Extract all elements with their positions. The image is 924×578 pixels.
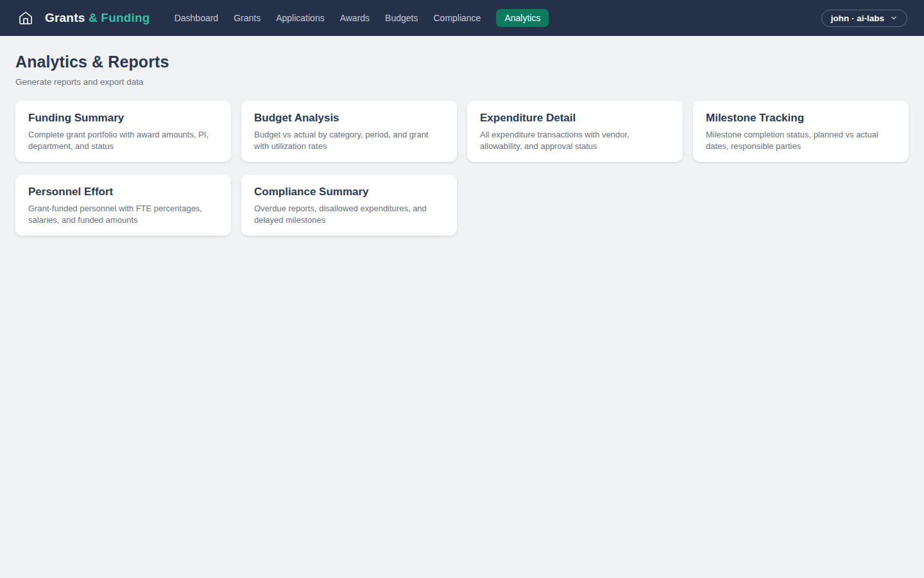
primary-nav: DashboardGrantsApplicationsAwardsBudgets… bbox=[175, 9, 549, 27]
nav-item-analytics[interactable]: Analytics bbox=[496, 9, 549, 27]
nav-item-grants[interactable]: Grants bbox=[234, 9, 261, 27]
home-icon bbox=[18, 10, 33, 26]
nav-item-applications[interactable]: Applications bbox=[276, 9, 325, 27]
app-logo: Grants & Funding bbox=[45, 11, 150, 25]
report-card-title: Budget Analysis bbox=[254, 112, 444, 125]
main-content: Analytics & Reports Generate reports and… bbox=[0, 36, 924, 252]
user-menu-label: john · ai-labs bbox=[831, 13, 884, 23]
report-card[interactable]: Expenditure DetailAll expenditure transa… bbox=[467, 101, 683, 162]
report-card-description: All expenditure transactions with vendor… bbox=[480, 129, 670, 152]
report-card-description: Grant-funded personnel with FTE percenta… bbox=[28, 203, 218, 226]
report-grid: Funding SummaryComplete grant portfolio … bbox=[15, 101, 909, 236]
report-card-title: Compliance Summary bbox=[254, 186, 444, 198]
page-subtitle: Generate reports and export data bbox=[15, 77, 909, 87]
report-card-description: Complete grant portfolio with award amou… bbox=[28, 129, 218, 152]
user-menu-button[interactable]: john · ai-labs bbox=[821, 10, 907, 27]
top-navbar: Grants & Funding DashboardGrantsApplicat… bbox=[0, 0, 924, 36]
report-card[interactable]: Milestone TrackingMilestone completion s… bbox=[693, 101, 909, 162]
report-card-title: Funding Summary bbox=[28, 112, 218, 125]
report-card[interactable]: Funding SummaryComplete grant portfolio … bbox=[15, 101, 231, 162]
page-title: Analytics & Reports bbox=[15, 53, 909, 71]
nav-item-awards[interactable]: Awards bbox=[340, 9, 370, 27]
nav-item-budgets[interactable]: Budgets bbox=[385, 9, 418, 27]
report-card-title: Milestone Tracking bbox=[706, 112, 896, 125]
report-card-description: Budget vs actual by category, period, an… bbox=[254, 129, 444, 152]
app-logo-primary: Grants bbox=[45, 11, 85, 24]
report-card-title: Expenditure Detail bbox=[480, 112, 670, 125]
report-card-description: Milestone completion status, planned vs … bbox=[706, 129, 896, 152]
chevron-down-icon bbox=[890, 14, 898, 22]
app-logo-accent: & Funding bbox=[89, 11, 150, 24]
report-card[interactable]: Compliance SummaryOverdue reports, disal… bbox=[241, 175, 457, 236]
nav-item-compliance[interactable]: Compliance bbox=[433, 9, 481, 27]
report-card[interactable]: Personnel EffortGrant-funded personnel w… bbox=[15, 175, 231, 236]
report-card-title: Personnel Effort bbox=[28, 186, 218, 198]
nav-item-dashboard[interactable]: Dashboard bbox=[175, 9, 219, 27]
report-card[interactable]: Budget AnalysisBudget vs actual by categ… bbox=[241, 101, 457, 162]
home-button[interactable] bbox=[17, 9, 35, 27]
report-card-description: Overdue reports, disallowed expenditures… bbox=[254, 203, 444, 226]
